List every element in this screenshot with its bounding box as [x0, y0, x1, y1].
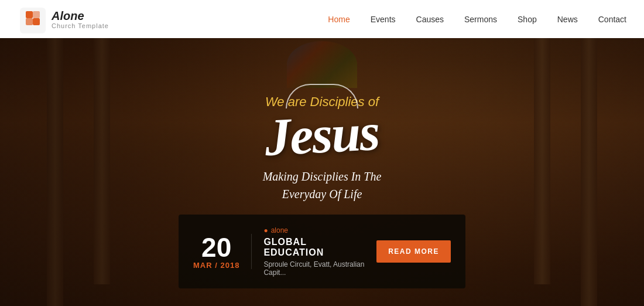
nav-sermons[interactable]: Sermons	[464, 15, 497, 24]
logo-subtitle: Church Template	[52, 22, 109, 29]
event-day: 20	[201, 234, 231, 261]
event-location: Sproule Circuit, Evatt, Australian Capit…	[263, 260, 365, 277]
nav-events[interactable]: Events	[371, 15, 396, 24]
nav-contact[interactable]: Contact	[598, 15, 626, 24]
logo-area: Alone Church Template	[18, 5, 109, 33]
event-author: ● alone	[263, 226, 365, 234]
hero-subtitle-line2: Everyday Of Life	[282, 188, 362, 200]
event-divider	[251, 234, 252, 269]
event-title: GLOBAL EDUCATION	[263, 237, 365, 258]
svg-rect-1	[26, 11, 33, 18]
event-date: 20 MAR / 2018	[193, 234, 239, 270]
svg-rect-2	[33, 18, 40, 25]
svg-rect-4	[33, 11, 40, 18]
nav-shop[interactable]: Shop	[518, 15, 537, 24]
hero-section: Alone Church Template Home Events Causes…	[0, 0, 644, 306]
nav-home[interactable]: Home	[328, 15, 350, 24]
hero-subtitle-line1: Making Disciplies In The	[263, 170, 382, 183]
read-more-button[interactable]: READ MORE	[376, 240, 451, 263]
svg-rect-3	[26, 18, 33, 25]
event-month: MAR / 2018	[193, 261, 239, 270]
site-header: Alone Church Template Home Events Causes…	[0, 0, 644, 38]
logo-name: Alone	[52, 9, 109, 22]
nav-news[interactable]: News	[557, 15, 578, 24]
event-info: ● alone GLOBAL EDUCATION Sproule Circuit…	[263, 226, 365, 277]
main-nav: Home Events Causes Sermons Shop News Con…	[328, 15, 626, 24]
user-icon: ●	[263, 226, 268, 234]
logo-icon	[18, 5, 46, 33]
nav-causes[interactable]: Causes	[416, 15, 444, 24]
hero-subtitle: Making Disciplies In The Everyday Of Lif…	[263, 168, 382, 203]
logo-text: Alone Church Template	[52, 9, 109, 29]
hero-title: Jesus	[263, 107, 380, 163]
event-card: 20 MAR / 2018 ● alone GLOBAL EDUCATION S…	[179, 215, 465, 288]
event-author-name: alone	[271, 226, 288, 234]
